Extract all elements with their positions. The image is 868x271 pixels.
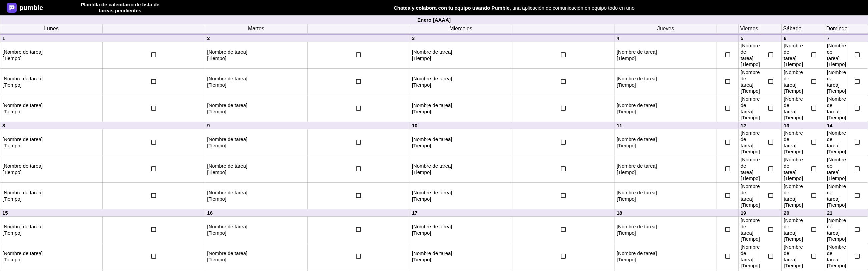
task-cell[interactable]: [Nombre de tarea][Tiempo] xyxy=(615,270,717,271)
task-checkbox[interactable] xyxy=(151,140,156,145)
task-checkbox[interactable] xyxy=(811,79,816,84)
task-checkbox[interactable] xyxy=(811,140,816,145)
task-cell[interactable]: [Nombre de tarea][Tiempo] xyxy=(739,217,760,243)
task-checkbox[interactable] xyxy=(725,227,730,232)
task-cell[interactable]: [Nombre de tarea][Tiempo] xyxy=(410,217,512,243)
task-cell[interactable]: [Nombre de tarea][Tiempo] xyxy=(825,129,846,156)
task-cell[interactable]: [Nombre de tarea][Tiempo] xyxy=(782,129,803,156)
task-cell[interactable]: [Nombre de tarea][Tiempo] xyxy=(0,183,103,209)
task-cell[interactable]: [Nombre de tarea][Tiempo] xyxy=(615,129,717,156)
task-checkbox[interactable] xyxy=(561,166,566,171)
task-cell[interactable]: [Nombre de tarea][Tiempo] xyxy=(0,217,103,243)
task-cell[interactable]: [Nombre de tarea][Tiempo] xyxy=(825,95,846,122)
task-cell[interactable]: [Nombre de tarea][Tiempo] xyxy=(782,42,803,69)
task-checkbox[interactable] xyxy=(811,227,816,232)
task-cell[interactable]: [Nombre de tarea][Tiempo] xyxy=(0,69,103,95)
task-checkbox[interactable] xyxy=(768,254,773,259)
task-cell[interactable]: [Nombre de tarea][Tiempo] xyxy=(782,156,803,183)
task-cell[interactable]: [Nombre de tarea][Tiempo] xyxy=(739,156,760,183)
task-checkbox[interactable] xyxy=(725,254,730,259)
task-cell[interactable]: [Nombre de tarea][Tiempo] xyxy=(739,183,760,209)
task-checkbox[interactable] xyxy=(855,140,860,145)
task-checkbox[interactable] xyxy=(151,52,156,57)
task-checkbox[interactable] xyxy=(356,166,361,171)
task-checkbox[interactable] xyxy=(811,52,816,57)
task-cell[interactable]: [Nombre de tarea][Tiempo] xyxy=(410,270,512,271)
task-cell[interactable]: [Nombre de tarea][Tiempo] xyxy=(615,42,717,69)
task-cell[interactable]: [Nombre de tarea][Tiempo] xyxy=(205,183,307,209)
task-cell[interactable]: [Nombre de tarea][Tiempo] xyxy=(615,69,717,95)
task-cell[interactable]: [Nombre de tarea][Tiempo] xyxy=(205,217,307,243)
task-cell[interactable]: [Nombre de tarea][Tiempo] xyxy=(825,270,846,271)
task-cell[interactable]: [Nombre de tarea][Tiempo] xyxy=(615,183,717,209)
task-cell[interactable]: [Nombre de tarea][Tiempo] xyxy=(825,243,846,270)
task-cell[interactable]: [Nombre de tarea][Tiempo] xyxy=(782,243,803,270)
task-cell[interactable]: [Nombre de tarea][Tiempo] xyxy=(0,129,103,156)
task-cell[interactable]: [Nombre de tarea][Tiempo] xyxy=(782,270,803,271)
task-checkbox[interactable] xyxy=(811,166,816,171)
task-checkbox[interactable] xyxy=(356,227,361,232)
task-cell[interactable]: [Nombre de tarea][Tiempo] xyxy=(739,129,760,156)
task-checkbox[interactable] xyxy=(561,254,566,259)
task-checkbox[interactable] xyxy=(561,140,566,145)
task-cell[interactable]: [Nombre de tarea][Tiempo] xyxy=(739,270,760,271)
task-checkbox[interactable] xyxy=(768,166,773,171)
task-checkbox[interactable] xyxy=(151,166,156,171)
task-checkbox[interactable] xyxy=(725,79,730,84)
task-cell[interactable]: [Nombre de tarea][Tiempo] xyxy=(410,95,512,122)
task-checkbox[interactable] xyxy=(725,140,730,145)
task-cell[interactable]: [Nombre de tarea][Tiempo] xyxy=(782,69,803,95)
task-cell[interactable]: [Nombre de tarea][Tiempo] xyxy=(205,156,307,183)
tagline[interactable]: Chatea y colabora con tu equipo usando P… xyxy=(167,5,861,11)
task-cell[interactable]: [Nombre de tarea][Tiempo] xyxy=(205,42,307,69)
task-checkbox[interactable] xyxy=(855,254,860,259)
task-cell[interactable]: [Nombre de tarea][Tiempo] xyxy=(739,69,760,95)
task-checkbox[interactable] xyxy=(356,254,361,259)
task-checkbox[interactable] xyxy=(855,193,860,198)
task-cell[interactable]: [Nombre de tarea][Tiempo] xyxy=(0,270,103,271)
task-cell[interactable]: [Nombre de tarea][Tiempo] xyxy=(739,243,760,270)
task-checkbox[interactable] xyxy=(561,193,566,198)
task-cell[interactable]: [Nombre de tarea][Tiempo] xyxy=(0,243,103,270)
task-cell[interactable]: [Nombre de tarea][Tiempo] xyxy=(410,42,512,69)
task-checkbox[interactable] xyxy=(151,227,156,232)
task-checkbox[interactable] xyxy=(768,106,773,111)
task-checkbox[interactable] xyxy=(768,227,773,232)
task-cell[interactable]: [Nombre de tarea][Tiempo] xyxy=(825,217,846,243)
task-checkbox[interactable] xyxy=(855,52,860,57)
task-checkbox[interactable] xyxy=(561,79,566,84)
task-checkbox[interactable] xyxy=(356,140,361,145)
task-checkbox[interactable] xyxy=(811,106,816,111)
task-cell[interactable]: [Nombre de tarea][Tiempo] xyxy=(0,42,103,69)
task-checkbox[interactable] xyxy=(811,254,816,259)
task-checkbox[interactable] xyxy=(768,52,773,57)
task-cell[interactable]: [Nombre de tarea][Tiempo] xyxy=(410,183,512,209)
task-cell[interactable]: [Nombre de tarea][Tiempo] xyxy=(782,217,803,243)
task-checkbox[interactable] xyxy=(768,140,773,145)
task-cell[interactable]: [Nombre de tarea][Tiempo] xyxy=(825,69,846,95)
task-cell[interactable]: [Nombre de tarea][Tiempo] xyxy=(205,69,307,95)
task-checkbox[interactable] xyxy=(151,79,156,84)
task-checkbox[interactable] xyxy=(768,79,773,84)
task-checkbox[interactable] xyxy=(855,227,860,232)
task-cell[interactable]: [Nombre de tarea][Tiempo] xyxy=(825,156,846,183)
task-checkbox[interactable] xyxy=(151,106,156,111)
task-checkbox[interactable] xyxy=(725,193,730,198)
task-cell[interactable]: [Nombre de tarea][Tiempo] xyxy=(825,42,846,69)
task-cell[interactable]: [Nombre de tarea][Tiempo] xyxy=(0,95,103,122)
task-checkbox[interactable] xyxy=(561,52,566,57)
task-cell[interactable]: [Nombre de tarea][Tiempo] xyxy=(615,217,717,243)
task-cell[interactable]: [Nombre de tarea][Tiempo] xyxy=(615,156,717,183)
task-checkbox[interactable] xyxy=(356,79,361,84)
task-cell[interactable]: [Nombre de tarea][Tiempo] xyxy=(782,183,803,209)
task-checkbox[interactable] xyxy=(151,254,156,259)
task-cell[interactable]: [Nombre de tarea][Tiempo] xyxy=(410,69,512,95)
task-checkbox[interactable] xyxy=(356,106,361,111)
task-cell[interactable]: [Nombre de tarea][Tiempo] xyxy=(410,129,512,156)
task-cell[interactable]: [Nombre de tarea][Tiempo] xyxy=(410,156,512,183)
task-cell[interactable]: [Nombre de tarea][Tiempo] xyxy=(410,243,512,270)
task-checkbox[interactable] xyxy=(768,193,773,198)
task-checkbox[interactable] xyxy=(561,106,566,111)
task-checkbox[interactable] xyxy=(725,52,730,57)
task-cell[interactable]: [Nombre de tarea][Tiempo] xyxy=(0,156,103,183)
